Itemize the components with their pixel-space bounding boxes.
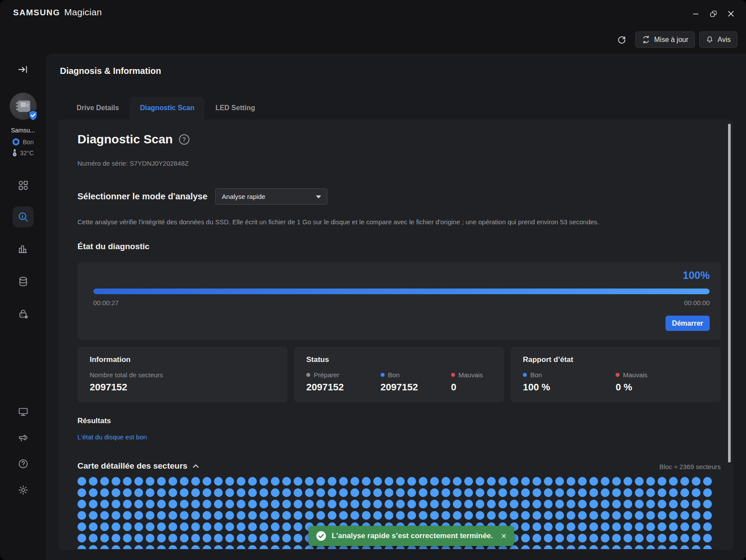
sector-dot — [271, 488, 280, 497]
start-button[interactable]: Démarrer — [665, 316, 710, 331]
sector-dot — [669, 488, 678, 497]
sector-dot — [146, 545, 154, 549]
sector-dot — [282, 522, 291, 531]
sidebar-item-help[interactable] — [13, 453, 34, 474]
progress-bar — [93, 289, 710, 294]
sector-dot — [544, 511, 553, 520]
sector-dot — [646, 488, 655, 497]
sector-dot — [112, 477, 120, 486]
sector-dot — [123, 511, 132, 520]
toast-close-icon[interactable]: ✕ — [501, 532, 507, 540]
notice-button-label: Avis — [718, 36, 731, 44]
sidebar-item-diagnosis[interactable] — [13, 206, 34, 227]
sector-dot — [658, 534, 666, 543]
sector-dot — [669, 534, 678, 543]
sector-dot — [259, 534, 268, 543]
sector-dot — [373, 500, 382, 508]
sector-dot — [180, 534, 189, 543]
sector-dot — [441, 477, 450, 486]
report-card-title: Rapport d’état — [523, 355, 708, 364]
status-prepare-col: Préparer 2097152 — [306, 371, 381, 393]
sector-dot — [544, 488, 553, 497]
sector-dot — [237, 488, 245, 497]
tab-drive-details[interactable]: Drive Details — [66, 97, 130, 119]
sector-dot — [521, 534, 530, 543]
sector-dot — [294, 511, 302, 520]
sector-dot — [612, 522, 621, 531]
sector-dot — [134, 511, 143, 520]
sector-dot — [123, 500, 132, 508]
scrollbar-thumb[interactable] — [728, 124, 731, 463]
sector-dot — [544, 500, 553, 508]
notice-button[interactable]: Avis — [699, 31, 737, 48]
sidebar-item-settings[interactable] — [13, 480, 34, 501]
help-tooltip-icon[interactable]: ? — [179, 134, 189, 145]
refresh-button[interactable] — [615, 33, 628, 46]
minimize-button[interactable] — [689, 7, 702, 20]
chevron-up-icon[interactable] — [193, 464, 199, 468]
sector-dot — [692, 500, 700, 508]
sector-dot — [623, 545, 632, 549]
sector-dot — [658, 477, 666, 486]
megaphone-icon — [18, 432, 28, 443]
sector-dot — [362, 488, 371, 497]
sector-dot — [248, 488, 257, 497]
sidebar-item-system[interactable] — [13, 401, 34, 422]
sector-dot — [271, 500, 280, 508]
sector-dot — [203, 545, 211, 549]
sector-dot — [328, 511, 336, 520]
shield-check-badge-icon — [28, 110, 39, 121]
sector-dot — [567, 511, 575, 520]
help-icon — [18, 459, 28, 469]
update-button[interactable]: Mise à jour — [635, 31, 695, 48]
sector-dot — [703, 477, 712, 486]
sector-dot — [271, 545, 280, 549]
sector-dot — [112, 500, 120, 508]
sector-dot — [680, 477, 689, 486]
scan-mode-select[interactable]: Analyse rapide — [215, 188, 327, 205]
restore-button[interactable] — [707, 7, 720, 20]
status-bad-value: 0 — [451, 382, 492, 393]
drive-avatar[interactable] — [0, 93, 46, 120]
sidebar-item-announcements[interactable] — [13, 427, 34, 448]
sector-dot — [589, 522, 598, 531]
close-button[interactable] — [724, 7, 737, 20]
sector-dot — [316, 488, 325, 497]
sidebar-item-data-management[interactable] — [13, 271, 34, 292]
sector-dot — [339, 511, 348, 520]
sector-dot — [521, 477, 530, 486]
sector-dot — [407, 500, 416, 508]
sector-dot — [703, 522, 712, 531]
sector-dot — [589, 511, 598, 520]
sidebar-item-performance[interactable] — [13, 239, 34, 260]
sector-dot — [134, 477, 143, 486]
sector-dot — [168, 522, 177, 531]
tab-diagnostic-scan[interactable]: Diagnostic Scan — [130, 97, 205, 119]
sector-dot — [180, 522, 189, 531]
sector-dot — [157, 545, 166, 549]
sector-dot — [646, 534, 655, 543]
sector-dot — [589, 534, 598, 543]
sidebar-item-dashboard[interactable] — [13, 175, 34, 196]
sector-dot — [146, 488, 154, 497]
sector-dot — [555, 488, 564, 497]
sector-dot — [259, 511, 268, 520]
sector-dot — [567, 477, 575, 486]
sector-dot — [498, 500, 507, 508]
sector-dot — [157, 500, 166, 508]
sector-dot — [328, 477, 336, 486]
sector-dot — [578, 545, 587, 549]
sector-dot — [180, 511, 189, 520]
sector-dot — [134, 500, 143, 508]
sidebar-item-security[interactable] — [13, 303, 34, 324]
sector-dot — [77, 545, 86, 549]
status-prepare-label: Préparer — [314, 371, 339, 379]
tab-led-setting[interactable]: LED Setting — [205, 97, 266, 119]
sidebar-expand-button[interactable] — [0, 65, 46, 74]
sector-dot — [419, 511, 427, 520]
red-dot-icon — [451, 373, 455, 377]
sector-dot — [305, 500, 314, 508]
sector-dot — [191, 511, 200, 520]
sector-dot — [112, 545, 120, 549]
thermometer-icon — [12, 149, 17, 157]
